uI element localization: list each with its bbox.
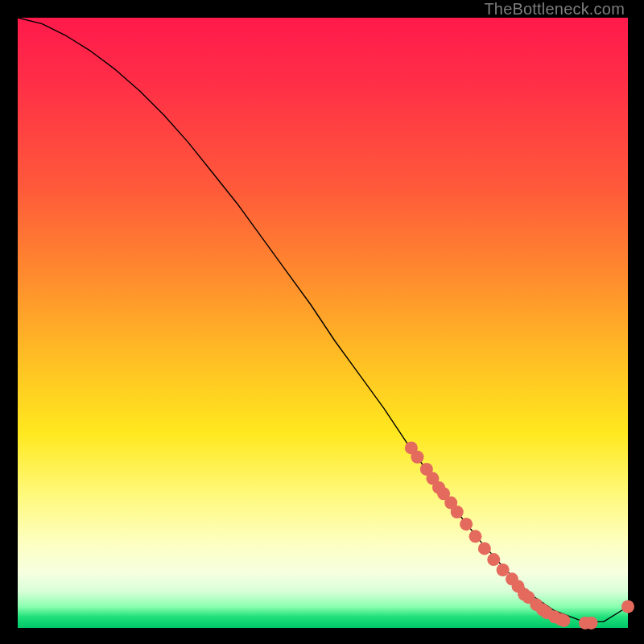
chart-frame: TheBottleneck.com xyxy=(0,0,644,644)
chart-svg xyxy=(18,18,628,628)
data-point xyxy=(621,600,634,613)
data-point xyxy=(585,617,598,630)
bottleneck-curve xyxy=(18,18,628,621)
data-point-group xyxy=(405,441,634,630)
data-point xyxy=(497,564,510,576)
data-point xyxy=(469,530,482,543)
data-point xyxy=(478,542,491,555)
data-point xyxy=(451,506,464,518)
data-point xyxy=(411,451,423,464)
watermark-label: TheBottleneck.com xyxy=(484,0,625,19)
data-point xyxy=(557,614,570,627)
plot-area xyxy=(18,18,628,628)
data-point xyxy=(487,553,500,566)
data-point xyxy=(460,518,473,530)
